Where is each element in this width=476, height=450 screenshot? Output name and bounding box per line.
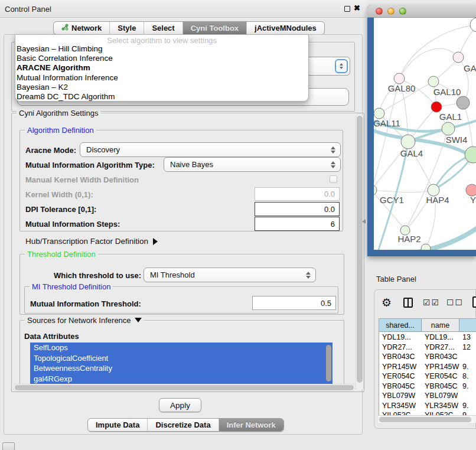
attribute-item-topologicalcoefficient[interactable]: TopologicalCoefficient [30,353,332,364]
tab-network[interactable]: Network [54,22,109,34]
algorithm-option-basic-correlation-inference[interactable]: Basic Correlation Inference [15,54,308,63]
tab-cyni-toolbox[interactable]: Cyni Toolbox [182,22,246,34]
network-node[interactable] [374,108,384,119]
network-node[interactable] [394,73,405,84]
network-canvas[interactable]: GALGAL80GAL10GAL1SWI4GAL11GAL4GCY1HAP4YH… [374,18,476,250]
kernel-width-label: Kernel Width (0,1): [25,190,93,199]
column-header-shared[interactable]: shared... [379,319,422,331]
mi-type-combo[interactable]: Naive Bayes [164,157,341,172]
network-node[interactable] [466,184,476,196]
node-label-gal80: GAL80 [388,83,416,93]
table-header: shared...name [379,319,476,332]
manual-kernel-checkbox[interactable] [330,175,337,183]
kernel-width-field[interactable]: 0.0 [255,187,340,201]
document-icon[interactable] [472,296,476,308]
network-node[interactable] [431,102,442,112]
tab-impute-data[interactable]: Impute Data [88,419,147,431]
attribute-item-gal4rgexp[interactable]: gal4RGexp [30,374,332,384]
checked-columns-icon[interactable]: ☑☑ [423,298,440,307]
spinner-button[interactable] [335,59,348,73]
tab-style[interactable]: Style [109,22,144,34]
aracne-mode-value: Discovery [86,145,120,154]
close-icon[interactable]: ✖ [354,4,360,12]
node-label-gcy1: GCY1 [380,195,404,205]
settings-vscrollbar[interactable] [356,113,364,391]
gear-icon[interactable]: ⚙ [382,296,392,309]
algorithm-option-aracne-algorithm[interactable]: ARACNE Algorithm [15,63,308,73]
window-restore-icon[interactable] [2,442,15,450]
split-columns-icon[interactable] [403,298,413,308]
table-row[interactable]: YBR043CYBR043C [379,353,476,363]
threshold-definition-legend: Threshold Definition [25,250,98,259]
unchecked-columns-icon[interactable]: ☐☐ [446,298,464,307]
algorithm-option-mutual-information-inference[interactable]: Mutual Information Inference [15,73,308,83]
mi-threshold-field[interactable]: 0.5 [252,296,336,310]
column-header-cut[interactable] [459,319,476,331]
hub-definition-toggle[interactable]: Hub/Transcription Factor Definition [25,237,158,246]
close-traffic-light[interactable] [376,8,383,15]
node-label-gal11: GAL11 [374,118,400,128]
table-row[interactable]: YBL079WYBL079W [379,392,476,402]
tab-discretize-data[interactable]: Discretize Data [147,419,218,431]
sources-legend[interactable]: Sources for Network Inference [25,316,144,325]
table-row[interactable]: YBR045CYBR045C9. [379,382,476,392]
dpi-tolerance-field[interactable]: 0.0 [255,202,340,216]
network-node[interactable] [401,135,415,149]
network-edge [399,48,458,79]
table-row[interactable]: YDR27...YDR27...12 [379,343,476,353]
panel-title: Control Panel [5,5,51,14]
network-window: GALGAL80GAL10GAL1SWI4GAL11GAL4GCY1HAP4YH… [367,5,476,256]
popup-items: Bayesian – Hill ClimbingBasic Correlatio… [15,44,308,102]
network-node[interactable] [421,244,431,250]
collapse-down-icon [135,318,142,322]
network-node[interactable] [465,146,476,163]
table-row[interactable]: YER054CYER054C8. [379,372,476,382]
network-node[interactable] [470,18,476,32]
control-panel-body: gal-filtered sif default node Select alg… [4,34,363,435]
network-node[interactable] [428,76,439,87]
tab-jactivemnodules[interactable]: jActiveMNodules [246,22,324,34]
node-table: shared...name YDL19...YDL19...13YDR27...… [379,318,476,422]
mi-steps-label: Mutual Information Steps: [25,220,120,229]
tab-infer-network[interactable]: Infer Network [219,419,283,431]
attribute-item-betweennesscentrality[interactable]: BetweennessCentrality [30,363,332,374]
table-row[interactable]: YDL19...YDL19...13 [379,333,476,343]
network-node[interactable] [428,184,439,196]
algorithm-option-bayesian-k2[interactable]: Bayesian – K2 [15,83,308,92]
float-window-icon[interactable] [344,6,350,12]
bottom-tab-group: Impute DataDiscretize DataInfer Network [87,418,284,432]
network-node[interactable] [453,52,464,63]
network-node[interactable] [457,96,470,109]
node-label-gal4: GAL4 [400,148,423,158]
table-hscroll-thumb[interactable] [379,417,471,422]
network-window-titlebar[interactable] [367,5,476,18]
attribute-item-selfloops[interactable]: SelfLoops [30,343,332,353]
minimize-traffic-light[interactable] [387,8,395,15]
settings-hscroll-thumb[interactable] [15,385,354,390]
cyni-settings-legend: Cyni Algorithm Settings [17,109,100,118]
network-node[interactable] [442,122,455,135]
which-threshold-combo[interactable]: MI Threshold [144,268,316,282]
table-row[interactable]: YLR345WYLR345W9. [379,402,476,412]
apply-button[interactable]: Apply [159,398,201,412]
network-icon [61,24,69,32]
list-scrollbar-thumb[interactable] [326,345,331,381]
network-node[interactable] [374,185,377,195]
algorithm-option-bayesian-hill-climbing[interactable]: Bayesian – Hill Climbing [15,44,308,54]
table-row[interactable]: YPR145WYPR145W9. [379,363,476,373]
network-graph: GALGAL80GAL10GAL1SWI4GAL11GAL4GCY1HAP4YH… [374,18,476,250]
column-header-name[interactable]: name [422,319,459,331]
algorithm-option-dream8-dc-tdc-algorithm[interactable]: Dream8 DC_TDC Algorithm [15,92,308,102]
splitter-handle[interactable] [362,219,366,224]
manual-kernel-label: Manual Kernel Width Definition [25,175,139,184]
tab-select[interactable]: Select [144,22,182,34]
algorithm-popup: Select algorithm to view settings Bayesi… [15,34,309,102]
zoom-traffic-light[interactable] [399,8,406,15]
settings-hscrollbar[interactable] [13,384,356,392]
mi-threshold-legend: MI Threshold Definition [30,282,113,291]
mi-steps-field[interactable]: 6 [255,217,340,231]
aracne-mode-label: Aracne Mode: [25,146,76,155]
table-hscrollbar[interactable] [378,415,476,423]
aracne-mode-combo[interactable]: Discovery [80,142,341,157]
settings-vscroll-thumb[interactable] [357,116,363,383]
